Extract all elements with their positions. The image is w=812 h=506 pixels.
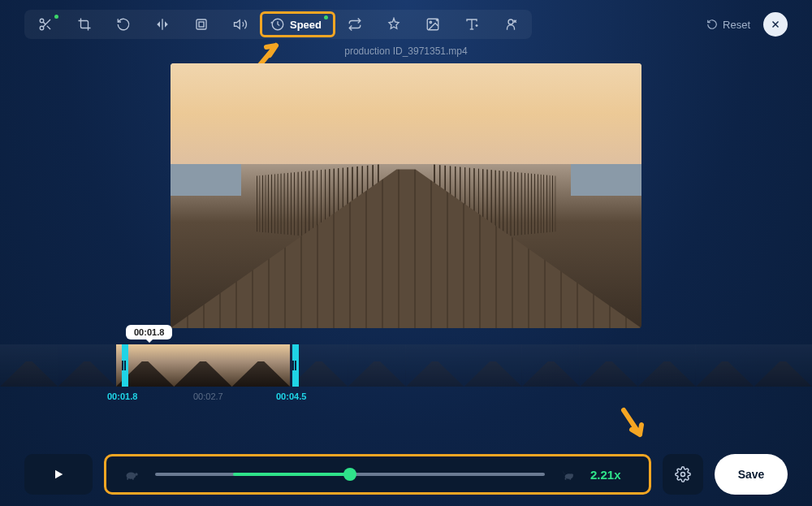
- bottom-bar: 2.21x Save: [24, 454, 788, 495]
- resize-button[interactable]: [182, 11, 221, 37]
- timeline-thumb: [696, 344, 754, 387]
- timeline-thumb: [580, 344, 637, 387]
- svg-point-24: [135, 473, 137, 475]
- timeline-thumb: [522, 344, 580, 387]
- timeline-thumb: [406, 344, 464, 387]
- timeline-thumb: [754, 344, 811, 387]
- timeline-thumb: [0, 344, 58, 387]
- remove-bg-button[interactable]: [491, 11, 530, 37]
- crop-button[interactable]: [65, 11, 104, 37]
- speed-slider-thumb[interactable]: [343, 468, 356, 481]
- play-button[interactable]: [24, 454, 93, 495]
- svg-rect-30: [570, 478, 572, 480]
- flip-button[interactable]: [143, 11, 182, 37]
- volume-button[interactable]: [221, 11, 260, 37]
- timeline-thumb: [232, 344, 290, 387]
- speed-slider-fill: [233, 473, 350, 476]
- svg-line-3: [47, 26, 50, 29]
- speed-button[interactable]: Speed: [260, 11, 335, 37]
- svg-point-28: [570, 474, 573, 476]
- svg-point-10: [430, 21, 431, 23]
- reset-label: Reset: [723, 19, 750, 31]
- svg-point-1: [40, 26, 44, 30]
- timeline-thumb: [58, 344, 115, 387]
- filename-label: production ID_3971351.mp4: [0, 45, 812, 57]
- timeline-tooltip: 00:01.8: [126, 325, 172, 339]
- save-button[interactable]: Save: [715, 454, 788, 495]
- turtle-icon: [124, 466, 140, 482]
- svg-rect-29: [565, 478, 567, 480]
- selection-handle-right[interactable]: [292, 344, 299, 387]
- rotate-button[interactable]: [104, 11, 143, 37]
- svg-marker-7: [235, 20, 240, 29]
- timeline-thumb: [174, 344, 231, 387]
- svg-point-31: [681, 473, 685, 477]
- save-button-label: Save: [738, 468, 765, 481]
- rabbit-icon: [559, 466, 576, 482]
- svg-rect-25: [127, 478, 128, 480]
- svg-rect-5: [197, 19, 206, 29]
- annotation-arrow-down: [614, 405, 650, 441]
- svg-marker-22: [55, 470, 63, 479]
- svg-point-0: [40, 19, 44, 23]
- settings-button[interactable]: [663, 454, 703, 495]
- toolbar: Speed Reset: [0, 0, 812, 49]
- time-labels: 00:01.8 00:02.7 00:04.5: [0, 391, 812, 404]
- timeline: 00:01.8 00:01.8 00:02.7 00:04.5: [0, 344, 812, 404]
- tool-group: Speed: [24, 10, 532, 39]
- timeline-thumb: [638, 344, 696, 387]
- text-add-button[interactable]: [452, 11, 491, 37]
- image-add-button[interactable]: [413, 11, 452, 37]
- selection-handle-left[interactable]: [122, 344, 128, 387]
- reset-button[interactable]: Reset: [706, 19, 750, 31]
- video-preview[interactable]: [171, 63, 641, 328]
- close-button[interactable]: [763, 12, 788, 37]
- svg-point-17: [508, 19, 513, 24]
- svg-line-4: [43, 22, 45, 24]
- time-label: 00:01.8: [107, 391, 137, 401]
- cut-button[interactable]: [26, 11, 65, 37]
- timeline-thumb: [348, 344, 406, 387]
- toolbar-right: Reset: [706, 12, 788, 37]
- timeline-thumb: [464, 344, 521, 387]
- timeline-strip[interactable]: [0, 344, 812, 387]
- loop-button[interactable]: [335, 11, 374, 37]
- speed-panel: 2.21x: [104, 454, 651, 495]
- speed-value: 2.21x: [590, 468, 631, 482]
- stabilize-button[interactable]: [374, 11, 413, 37]
- time-label: 00:04.5: [276, 391, 306, 401]
- svg-rect-6: [199, 22, 204, 27]
- speed-slider[interactable]: [155, 473, 545, 476]
- time-label: 00:02.7: [193, 391, 223, 401]
- speed-button-label: Speed: [290, 19, 322, 31]
- svg-rect-26: [132, 478, 134, 480]
